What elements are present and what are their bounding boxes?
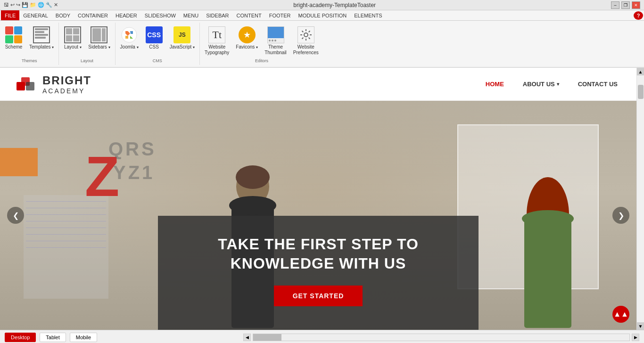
scheme-icon — [5, 26, 22, 43]
menu-header[interactable]: HEADER — [112, 10, 141, 20]
mobile-view-button[interactable]: Mobile — [70, 333, 97, 342]
scroll-thumb[interactable] — [638, 85, 644, 99]
close-button[interactable]: ✕ — [632, 1, 640, 9]
nav-menu: HOME ABOUT US ▾ CONTACT US — [481, 78, 622, 90]
layout-icon — [64, 26, 81, 43]
hero-background: Z QRS YZ1 — [0, 101, 636, 330]
javascript-label: JavaScript ▾ — [170, 44, 195, 50]
templates-button[interactable]: Templates ▾ — [26, 24, 57, 52]
logo-sub: ACADEMY — [42, 87, 91, 95]
theme-thumbnail-label: ThemeThumbnail — [264, 44, 287, 56]
nav-contact[interactable]: CONTACT US — [573, 78, 622, 90]
scroll-right-control[interactable]: ▶ — [632, 334, 639, 341]
minimize-button[interactable]: – — [611, 1, 619, 9]
hero-title: TAKE THE FIRST STEP TO KNOWLEDGE WITH US — [167, 235, 469, 274]
scroll-controls: ◀ ▶ — [243, 334, 639, 341]
javascript-icon: JS — [173, 26, 190, 43]
theme-thumbnail-button[interactable]: ThemeThumbnail — [262, 24, 289, 57]
prev-slide-button[interactable]: ❮ — [7, 207, 24, 224]
sidebars-button[interactable]: Sidebars ▾ — [85, 24, 113, 52]
sidebars-label: Sidebars ▾ — [88, 44, 110, 50]
scheme-label: Scheme — [5, 44, 23, 50]
menu-elements[interactable]: ELEMENTS — [350, 10, 386, 20]
scroll-up-arrow[interactable]: ▲ — [637, 68, 644, 75]
layout-items: Layout ▾ Sidebars ▾ — [61, 24, 113, 58]
svg-point-1 — [304, 33, 308, 37]
window-title: bright-academy-TemplateToaster — [58, 2, 611, 8]
menu-menu[interactable]: MENU — [180, 10, 202, 20]
menu-content[interactable]: CONTENT — [233, 10, 265, 20]
get-started-button[interactable]: GET STARTED — [274, 286, 363, 306]
layout-label: Layout ▾ — [64, 44, 82, 50]
nav-home[interactable]: HOME — [481, 78, 509, 90]
scheme-button[interactable]: Scheme — [2, 24, 25, 52]
scroll-to-top-button[interactable]: ▲▲ — [612, 306, 629, 323]
menu-sidebar[interactable]: SIDEBAR — [202, 10, 232, 20]
menu-container[interactable]: CONTAINER — [74, 10, 112, 20]
menu-footer[interactable]: FOOTER — [265, 10, 295, 20]
horizontal-scrollbar[interactable] — [253, 334, 630, 341]
favicons-button[interactable]: ★ Favicons ▾ — [233, 24, 261, 52]
nav-about-label: ABOUT US — [523, 81, 555, 88]
favicons-label: Favicons ▾ — [236, 44, 258, 50]
typography-label: WebsiteTypography — [205, 44, 229, 56]
website-typography-button[interactable]: Tt WebsiteTypography — [202, 24, 232, 57]
svg-point-0 — [122, 27, 137, 42]
window-controls[interactable]: – ❐ ✕ — [611, 1, 640, 9]
joomla-icon — [121, 26, 138, 43]
css-label: CSS — [149, 44, 159, 50]
tablet-view-button[interactable]: Tablet — [40, 333, 66, 342]
cms-items: Joomla ▾ CSS CSS JS JavaScript ▾ — [117, 24, 198, 58]
themes-items: Scheme Templates ▾ — [2, 24, 57, 58]
menu-module-position[interactable]: MODULE POSITION — [295, 10, 351, 20]
person-right — [510, 177, 586, 330]
layout-group-label: Layout — [81, 58, 93, 64]
svg-rect-12 — [524, 217, 571, 328]
menu-file[interactable]: FILE — [1, 10, 19, 20]
menu-slideshow[interactable]: SLIDESHOW — [141, 10, 180, 20]
scrollbar[interactable]: ▲ ▼ — [636, 68, 644, 330]
menu-body[interactable]: BODY — [52, 10, 74, 20]
theme-thumbnail-icon — [267, 26, 284, 43]
joomla-button[interactable]: Joomla ▾ — [117, 24, 141, 52]
about-dropdown-arrow: ▾ — [557, 82, 559, 87]
bg-letters-top: QRS — [108, 139, 157, 160]
toolbar-group-cms: Joomla ▾ CSS CSS JS JavaScript ▾ CMS — [116, 23, 200, 65]
svg-point-6 — [236, 165, 270, 189]
main-area: BRIGHT ACADEMY HOME ABOUT US ▾ CONTACT U… — [0, 68, 644, 330]
javascript-button[interactable]: JS JavaScript ▾ — [167, 24, 198, 52]
menu-general[interactable]: GENERAL — [19, 10, 52, 20]
restore-button[interactable]: ❐ — [621, 1, 630, 9]
preview-area: BRIGHT ACADEMY HOME ABOUT US ▾ CONTACT U… — [0, 68, 636, 330]
themes-group-label: Themes — [22, 58, 37, 64]
title-bar: 🖫 ↩ ↪ 💾 📁 🌐 🔧 ✕ bright-academy-TemplateT… — [0, 0, 644, 10]
website-header: BRIGHT ACADEMY HOME ABOUT US ▾ CONTACT U… — [0, 68, 636, 101]
notebook — [24, 195, 108, 299]
desktop-view-button[interactable]: Desktop — [5, 333, 36, 342]
bottom-bar: Desktop Tablet Mobile ◀ ▶ — [0, 330, 644, 343]
hero-section: Z QRS YZ1 — [0, 101, 636, 330]
css-button[interactable]: CSS CSS — [142, 24, 166, 52]
templates-label: Templates ▾ — [29, 44, 54, 50]
orange-block — [0, 148, 38, 176]
title-bar-icons: 🖫 ↩ ↪ 💾 📁 🌐 🔧 ✕ — [4, 2, 58, 8]
bg-letters-bottom: YZ1 — [113, 162, 155, 183]
hero-title-line2: KNOWLEDGE WITH US — [231, 255, 406, 272]
logo-brand: BRIGHT — [42, 74, 91, 87]
joomla-label: Joomla ▾ — [120, 44, 139, 50]
next-slide-button[interactable]: ❯ — [612, 207, 629, 224]
editors-items: Tt WebsiteTypography ★ Favicons ▾ — [202, 24, 322, 58]
hero-text-box: TAKE THE FIRST STEP TO KNOWLEDGE WITH US… — [158, 216, 479, 330]
prefs-label: WebsitePreferences — [293, 44, 319, 56]
nav-about[interactable]: ABOUT US ▾ — [518, 78, 564, 90]
cms-group-label: CMS — [153, 58, 162, 64]
scroll-down-arrow[interactable]: ▼ — [637, 322, 644, 330]
website-preferences-button[interactable]: WebsitePreferences — [290, 24, 322, 57]
layout-button[interactable]: Layout ▾ — [61, 24, 84, 52]
scroll-left-control[interactable]: ◀ — [243, 334, 251, 341]
prefs-icon — [297, 26, 314, 43]
help-button[interactable]: ? — [634, 11, 643, 20]
typography-icon: Tt — [208, 26, 225, 43]
toolbar: Scheme Templates ▾ Themes — [0, 21, 644, 68]
logo-area: BRIGHT ACADEMY — [14, 73, 91, 96]
